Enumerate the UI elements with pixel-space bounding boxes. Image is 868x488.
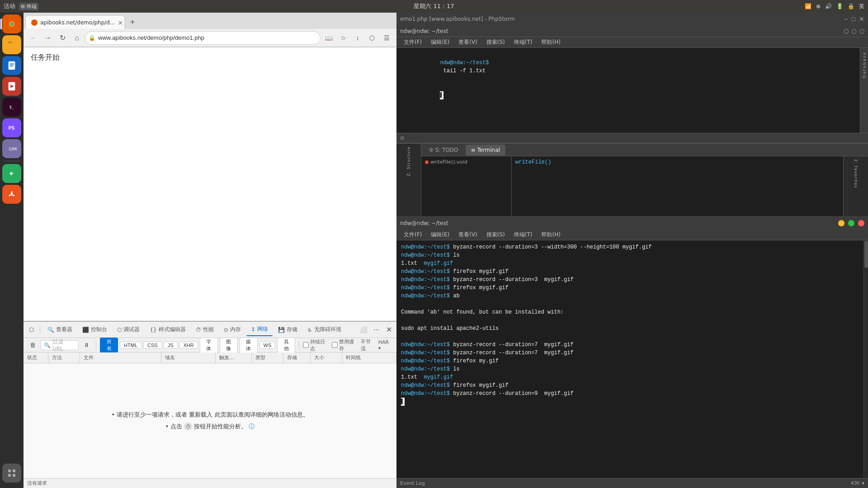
devtools-tab-storage[interactable]: 💾 存储 — [274, 324, 302, 336]
persist-log-checkbox[interactable]: 持续日志 — [303, 338, 330, 352]
phpstorm-resize-1[interactable]: ○ — [844, 28, 849, 34]
browser-tab-active[interactable]: apibooks.net/demo/php/d... × — [25, 15, 125, 29]
terminal-scrollbar[interactable] — [863, 240, 868, 478]
activities-button[interactable]: 活动 — [4, 2, 15, 10]
url-filter[interactable]: 🔍 过滤 URL — [41, 340, 79, 350]
reload-button[interactable]: ↻ — [56, 32, 69, 44]
terminal-menu-file[interactable]: 文件(F) — [400, 230, 425, 239]
filter-media-button[interactable]: 媒体 — [240, 338, 258, 353]
scrollbar-thumb[interactable] — [864, 241, 868, 268]
col-header-status[interactable]: 状态 — [24, 352, 48, 363]
filter-html-button[interactable]: HTML — [120, 342, 142, 349]
col-header-method[interactable]: 方法 — [48, 352, 80, 363]
container-button[interactable]: ⬡ — [366, 32, 378, 44]
dock-item-terminal[interactable]: $_ — [2, 98, 21, 117]
dock-apps-button[interactable] — [2, 464, 21, 483]
new-tab-button[interactable]: + — [126, 15, 139, 29]
terminal-menu-search[interactable]: 搜索(S) — [483, 230, 509, 239]
throttle-selector[interactable]: 不节流 — [361, 338, 376, 352]
terminal-taskbar-icon[interactable]: ⊞ 终端 — [19, 3, 38, 10]
sync-button[interactable]: ↕ — [351, 32, 364, 44]
phpstorm-minimize-button[interactable]: − — [844, 15, 848, 23]
terminal-menu-terminal[interactable]: 终端(T) — [510, 230, 536, 239]
col-header-type[interactable]: 类型 — [252, 352, 283, 363]
devtools-tab-console[interactable]: ⬛ 控制台 — [78, 324, 112, 336]
menu-terminal[interactable]: 终端(T) — [510, 38, 536, 47]
disable-cache-input[interactable] — [332, 342, 338, 348]
clear-requests-button[interactable]: 🗑 — [27, 339, 39, 351]
filter-image-button[interactable]: 图像 — [220, 338, 238, 353]
database-sidebar-label[interactable]: Database — [862, 52, 867, 78]
devtools-tab-inspector[interactable]: 🔍 查看器 — [43, 324, 77, 336]
terminal-menu-edit[interactable]: 编辑(E) — [427, 230, 453, 239]
col-header-size[interactable]: 大小 — [311, 352, 342, 363]
col-header-domain[interactable]: 域名 — [161, 352, 216, 363]
dock-item-gimp[interactable]: GIMP — [2, 139, 21, 158]
terminal-minimize-button[interactable]: − — [838, 220, 844, 226]
col-header-file[interactable]: 文件 — [80, 352, 161, 363]
devtools-hint-1: • 请进行至少一项请求，或者 重新载入 此页面以查阅详细的网络活动信息。 — [111, 411, 308, 419]
tline-cursor: ▌ — [401, 398, 859, 406]
devtools-tab-memory[interactable]: ⊙ 内存 — [219, 324, 245, 336]
terminal-menu-help[interactable]: 帮助(H) — [538, 230, 564, 239]
phpstorm-resize-3[interactable]: ○ — [859, 28, 864, 34]
bottom-panel-tabs: ⑤ S: TODO ≡ Terminal — [421, 144, 868, 156]
dock-item-writer[interactable] — [2, 56, 21, 75]
filter-font-button[interactable]: 字体 — [200, 338, 218, 353]
tab-close-button[interactable]: × — [118, 19, 123, 26]
filter-xhr-button[interactable]: XHR — [179, 342, 198, 349]
svg-rect-4 — [8, 42, 12, 43]
address-bar[interactable] — [85, 31, 321, 45]
persist-log-input[interactable] — [303, 342, 309, 348]
dock-item-ubuntu[interactable] — [2, 185, 21, 204]
home-button[interactable]: ⌂ — [71, 32, 83, 44]
browser-toolbar: ← → ↻ ⌂ 🔒 📖 ☆ ↕ ⬡ ☰ — [24, 29, 396, 47]
har-button[interactable]: HAR ▾ — [378, 339, 393, 351]
dock-item-files[interactable] — [2, 35, 21, 54]
todo-tab[interactable]: ⑤ S: TODO — [423, 145, 464, 155]
menu-button[interactable]: ☰ — [380, 32, 393, 44]
structure-item-writefile[interactable]: writeFile():void — [423, 158, 509, 166]
system-bar-right: 📶 ⊕ 🔊 🔋 🔒 英 — [805, 3, 864, 10]
menu-view[interactable]: 查看(V) — [455, 38, 481, 47]
menu-help[interactable]: 帮助(H) — [538, 38, 564, 47]
devtools-tab-debugger[interactable]: ⬡ 调试器 — [113, 324, 144, 336]
menu-search[interactable]: 搜索(S) — [483, 38, 509, 47]
terminal-close-button[interactable]: ✕ — [858, 220, 864, 226]
language-selector[interactable]: 英 — [859, 3, 864, 10]
terminal-menu-view[interactable]: 查看(V) — [455, 230, 481, 239]
terminal-tab[interactable]: ≡ Terminal — [466, 145, 506, 155]
phpstorm-close-button[interactable]: ✕ — [859, 15, 864, 23]
devtools-tab-performance[interactable]: ⏱ 性能 — [191, 324, 218, 336]
pause-recording-button[interactable]: ⏸ — [80, 339, 92, 351]
dock-item-back[interactable] — [2, 164, 21, 183]
devtools-fullscreen-button[interactable]: ⬜ — [358, 324, 369, 336]
devtools-more-button[interactable]: ⋯ — [370, 324, 382, 336]
filter-other-button[interactable]: 其他 — [277, 338, 295, 353]
devtools-inspect-button[interactable]: ⬡ — [25, 324, 37, 336]
devtools-tab-accessibility[interactable]: ♿ 无障碍环境 — [303, 324, 346, 336]
phpstorm-restore-button[interactable]: □ — [852, 15, 855, 23]
menu-file[interactable]: 文件(F) — [400, 38, 425, 47]
back-button[interactable]: ← — [27, 32, 40, 44]
devtools-tab-style-editor[interactable]: {} 样式编辑器 — [145, 324, 190, 336]
filter-ws-button[interactable]: WS — [259, 342, 276, 349]
filter-js-button[interactable]: JS — [164, 342, 178, 349]
forward-button[interactable]: → — [42, 32, 54, 44]
reader-mode-button[interactable]: 📖 — [322, 32, 335, 44]
bookmark-button[interactable]: ☆ — [337, 32, 349, 44]
devtools-tab-network[interactable]: ↕ 网络 — [246, 324, 273, 336]
filter-all-button[interactable]: 所有 — [100, 338, 118, 353]
devtools-close-button[interactable]: ✕ — [383, 324, 395, 336]
terminal-maximize-button[interactable]: □ — [848, 220, 854, 226]
phpstorm-resize-2[interactable]: ○ — [851, 28, 856, 34]
col-header-trigger[interactable]: 触发... — [216, 352, 252, 363]
menu-edit[interactable]: 编辑(E) — [427, 38, 453, 47]
dock-item-impress[interactable] — [2, 77, 21, 96]
dock-item-phpstorm[interactable]: PS — [2, 118, 21, 137]
col-header-timeline[interactable]: 时间线 — [342, 352, 396, 363]
filter-css-button[interactable]: CSS — [143, 342, 162, 349]
dock-item-firefox[interactable] — [2, 14, 21, 33]
disable-cache-checkbox[interactable]: 禁用缓存 — [332, 338, 359, 352]
col-header-storage[interactable]: 存储 — [283, 352, 311, 363]
